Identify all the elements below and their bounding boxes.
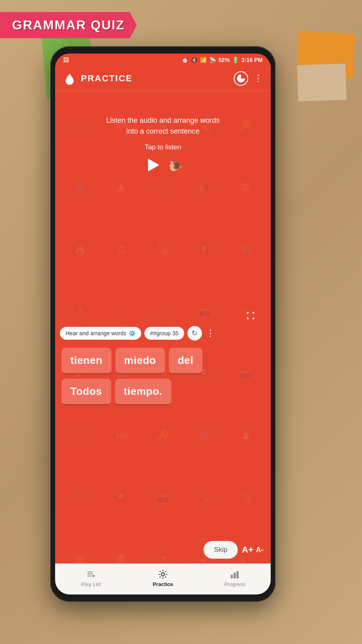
status-left: 🖼 (63, 57, 69, 63)
battery-icon: 🔋 (232, 57, 239, 63)
tap-to-listen-label: Tap to listen (145, 143, 181, 151)
hear-arrange-label: Hear and arrange words (66, 330, 126, 336)
words-row-2: Todos tiempo. (62, 379, 264, 406)
svg-rect-0 (87, 572, 93, 572)
progress-icon (230, 569, 240, 580)
signal-icon: 📡 (209, 57, 216, 63)
instruction-text: Listen the audio and arrange wordsinto a… (106, 115, 220, 137)
header-menu-button[interactable]: ⋮ (254, 73, 263, 84)
image-status-icon: 🖼 (63, 57, 69, 63)
status-bar: 🖼 ⏰ 🔇 📶 📡 52% 🔋 3:16 PM (55, 54, 271, 66)
bottom-actions: Skip A+ A- (55, 536, 271, 564)
word-tienen[interactable]: tienen (62, 348, 111, 375)
group-pill[interactable]: ##group 35 (144, 327, 184, 340)
banner-text: GRAMMAR QUIZ (12, 18, 125, 32)
status-right: ⏰ 🔇 📶 📡 52% 🔋 3:16 PM (181, 57, 263, 63)
settings-gear-icon[interactable]: ⚙️ (129, 330, 136, 336)
svg-rect-5 (231, 575, 233, 578)
nav-practice-label: Practice (153, 581, 173, 587)
svg-point-4 (161, 573, 165, 576)
svg-marker-3 (93, 574, 95, 578)
alarm-icon: ⏰ (181, 57, 188, 63)
words-area: tienen miedo del Todos tiempo. (55, 344, 271, 414)
refresh-icon: ↻ (191, 329, 197, 338)
audio-controls: 🐌 (144, 156, 182, 174)
main-content: 🏺🍽🔧🍖🔑⚙️♟🔨🐌🏚🏠⚖🍖🍳⚙️🔭🏺🎻📷🔧🎸🏚🔨🍳📷🏺🍽🔑⚙️♟🔨🍳📷🔧🍖⚖🏚… (55, 91, 271, 594)
spacer-middle (55, 186, 271, 308)
grammar-quiz-banner: GRAMMAR QUIZ (0, 12, 137, 38)
audio-section: Listen the audio and arrange wordsinto a… (55, 91, 271, 186)
play-button[interactable] (144, 156, 162, 174)
bottom-nav: Play List Practice (55, 564, 271, 594)
app-title: PRACTICE (81, 73, 132, 84)
expand-button[interactable] (243, 308, 258, 323)
toolbar-menu-button[interactable]: ⋮ (206, 328, 215, 339)
word-miedo[interactable]: miedo (115, 348, 165, 375)
font-increase-button[interactable]: A+ (242, 545, 253, 555)
spacer-bottom (55, 414, 271, 536)
phone-screen: 🖼 ⏰ 🔇 📶 📡 52% 🔋 3:16 PM PRACTICE (55, 54, 271, 594)
header-right: ⋮ (234, 71, 263, 86)
battery-pct: 52% (218, 57, 230, 63)
slow-speed-icon[interactable]: 🐌 (168, 159, 182, 172)
clock: 3:16 PM (241, 57, 263, 63)
app-header: PRACTICE ⋮ (55, 66, 271, 91)
timer-icon (237, 74, 245, 83)
wifi-icon: 📶 (200, 57, 207, 63)
skip-button[interactable]: Skip (204, 541, 238, 559)
expand-icon (246, 311, 255, 320)
svg-rect-2 (87, 576, 91, 576)
toolbar-row: Hear and arrange words ⚙️ ##group 35 ↻ ⋮ (55, 323, 271, 344)
playlist-icon (86, 569, 96, 580)
envelope-tan-decoration (297, 64, 346, 101)
svg-rect-1 (87, 574, 93, 574)
words-row-1: tienen miedo del (62, 348, 264, 375)
play-triangle-icon (148, 159, 159, 171)
word-del[interactable]: del (169, 348, 202, 375)
header-left: PRACTICE (63, 72, 132, 85)
practice-icon (158, 569, 168, 580)
font-decrease-button[interactable]: A- (256, 546, 263, 554)
svg-rect-6 (234, 573, 236, 578)
phone-frame: 🖼 ⏰ 🔇 📶 📡 52% 🔋 3:16 PM PRACTICE (50, 46, 276, 602)
group-label: ##group 35 (150, 330, 179, 336)
word-todos[interactable]: Todos (62, 379, 111, 406)
hear-arrange-pill[interactable]: Hear and arrange words ⚙️ (60, 327, 141, 340)
water-drop-icon (63, 72, 76, 85)
svg-rect-7 (237, 571, 239, 578)
nav-progress[interactable]: Progress (219, 569, 251, 587)
font-size-controls: A+ A- (242, 545, 263, 555)
nav-practice[interactable]: Practice (147, 569, 179, 587)
timer-button[interactable] (234, 71, 248, 86)
mute-icon: 🔇 (191, 57, 197, 63)
nav-playlist[interactable]: Play List (75, 569, 107, 587)
word-tiempo[interactable]: tiempo. (115, 379, 171, 406)
refresh-button[interactable]: ↻ (187, 326, 202, 341)
nav-playlist-label: Play List (81, 581, 101, 587)
nav-progress-label: Progress (224, 581, 245, 587)
